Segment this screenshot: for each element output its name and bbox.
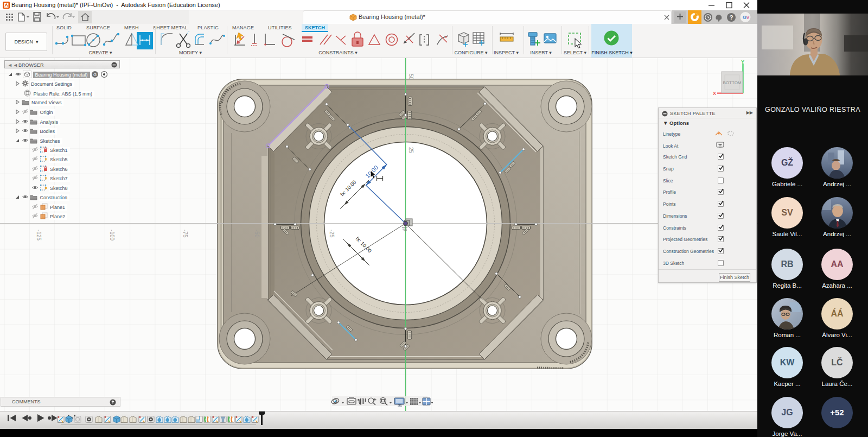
svg-text:G: G [93, 72, 97, 77]
svg-text:X: X [713, 91, 716, 96]
svg-text:-25: -25 [329, 230, 335, 238]
svg-text:Y: Y [741, 59, 744, 65]
svg-text:V: V [746, 15, 750, 20]
svg-text:-125: -125 [36, 230, 42, 240]
svg-text:25: 25 [408, 147, 414, 154]
svg-text:BOTTOM: BOTTOM [723, 80, 741, 85]
svg-text:-50: -50 [254, 230, 260, 238]
svg-text:-100: -100 [109, 230, 115, 240]
svg-text:50: 50 [408, 74, 414, 80]
svg-text:?: ? [730, 14, 733, 21]
svg-text:-75: -75 [182, 230, 188, 238]
